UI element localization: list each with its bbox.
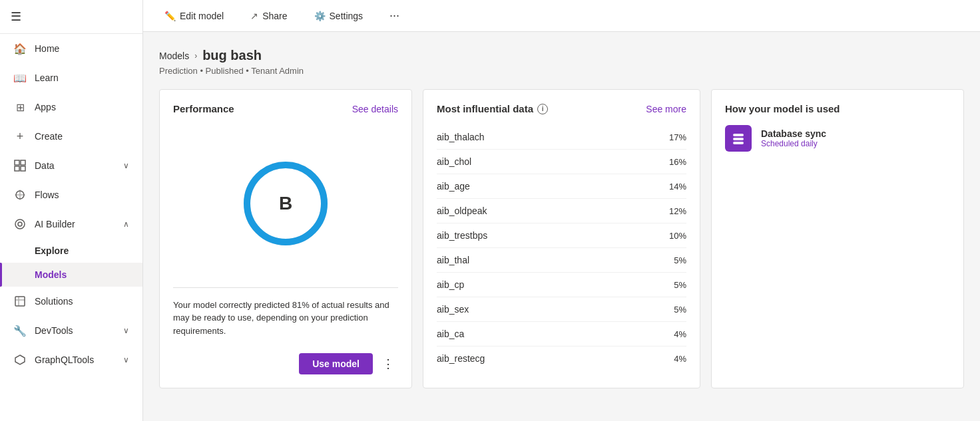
breadcrumb-separator: › (194, 51, 197, 61)
devtools-icon: 🔧 (13, 324, 27, 337)
db-sync-item[interactable]: Database sync Scheduled daily (725, 125, 950, 152)
card-header: Performance See details (173, 103, 398, 114)
list-item: aib_age14% (437, 174, 686, 199)
data-field-pct: 5% (674, 305, 686, 315)
toolbar: ✏️ Edit model ↗ Share ⚙️ Settings ··· (143, 0, 980, 32)
sidebar-sub-models[interactable]: Models (0, 263, 142, 287)
performance-card: Performance See details B Your model cor… (159, 89, 412, 388)
grade-label: B (279, 193, 292, 214)
card-footer: Use model ⋮ (173, 348, 398, 374)
see-more-link[interactable]: See more (646, 104, 686, 114)
data-field-pct: 17% (669, 132, 686, 142)
sidebar-sub-label: Models (35, 269, 67, 280)
list-item: aib_trestbps10% (437, 223, 686, 248)
chevron-up-icon: ∧ (123, 219, 129, 229)
card-more-button[interactable]: ⋮ (378, 354, 398, 374)
svg-rect-3 (21, 166, 25, 171)
data-field-pct: 14% (669, 182, 686, 192)
data-field-pct: 10% (669, 231, 686, 241)
chevron-down-icon: ∨ (123, 161, 129, 170)
db-sync-subtitle: Scheduled daily (761, 139, 826, 148)
sidebar-item-label: AI Builder (35, 219, 75, 229)
sidebar-item-label: Solutions (35, 296, 73, 307)
sidebar-item-create[interactable]: + Create (0, 122, 142, 151)
data-field-name: aib_cp (437, 279, 464, 290)
sidebar-item-label: DevTools (35, 325, 73, 336)
sidebar-item-devtools[interactable]: 🔧 DevTools ∨ (0, 316, 142, 345)
sidebar-item-solutions[interactable]: Solutions (0, 287, 142, 316)
sidebar-sub-label: Explore (35, 245, 69, 256)
how-used-title: How your model is used (725, 103, 840, 114)
sidebar-item-label: GraphQLTools (35, 354, 94, 365)
svg-rect-11 (733, 134, 744, 136)
sidebar-item-home[interactable]: 🏠 Home (0, 34, 142, 63)
sidebar-item-label: Flows (35, 190, 59, 200)
performance-description: Your model correctly predicted 81% of ac… (173, 287, 398, 338)
settings-button[interactable]: ⚙️ Settings (309, 8, 369, 24)
influential-title: Most influential data i (437, 103, 548, 114)
more-options-button[interactable]: ··· (384, 6, 405, 25)
list-item: aib_cp5% (437, 273, 686, 297)
page-subtitle: Prediction • Published • Tenant Admin (159, 66, 964, 76)
performance-circle: B (239, 157, 332, 250)
share-button[interactable]: ↗ Share (245, 8, 292, 24)
settings-icon: ⚙️ (314, 11, 326, 21)
settings-label: Settings (330, 11, 364, 21)
svg-point-6 (18, 222, 22, 226)
svg-rect-0 (15, 160, 19, 165)
db-sync-title: Database sync (761, 128, 826, 139)
breadcrumb-parent[interactable]: Models (159, 51, 189, 61)
chevron-down-icon: ∨ (123, 355, 129, 364)
menu-icon[interactable]: ☰ (11, 10, 21, 23)
breadcrumb: Models › bug bash (159, 48, 964, 63)
sidebar-item-label: Apps (35, 102, 56, 112)
edit-icon: ✏️ (164, 11, 176, 21)
sidebar-item-data[interactable]: Data ∨ (0, 151, 142, 180)
more-dots-label: ··· (389, 9, 399, 22)
sidebar-item-label: Home (35, 43, 59, 54)
performance-chart: B (173, 125, 398, 282)
share-label: Share (262, 11, 287, 21)
list-item: aib_thalach17% (437, 125, 686, 150)
edit-model-button[interactable]: ✏️ Edit model (159, 8, 229, 24)
svg-marker-8 (15, 355, 25, 364)
data-field-name: aib_trestbps (437, 230, 487, 241)
influential-data-card: Most influential data i See more aib_tha… (423, 89, 700, 388)
card-header: How your model is used (725, 103, 950, 114)
home-icon: 🏠 (13, 42, 27, 55)
sidebar-top: ☰ (0, 0, 142, 34)
svg-rect-2 (15, 166, 19, 171)
create-icon: + (13, 130, 27, 143)
learn-icon: 📖 (13, 71, 27, 84)
data-field-pct: 5% (674, 280, 686, 290)
data-field-name: aib_restecg (437, 353, 485, 364)
list-item: aib_chol16% (437, 150, 686, 174)
data-field-name: aib_chol (437, 156, 471, 167)
solutions-icon (13, 295, 27, 308)
graphqltools-icon (13, 353, 27, 366)
see-details-link[interactable]: See details (352, 104, 398, 114)
data-field-name: aib_thal (437, 255, 469, 265)
sidebar-item-label: Learn (35, 72, 59, 83)
sidebar-item-learn[interactable]: 📖 Learn (0, 63, 142, 92)
sidebar-item-graphqltools[interactable]: GraphQLTools ∨ (0, 345, 142, 374)
apps-icon: ⊞ (13, 100, 27, 114)
sidebar-item-apps[interactable]: ⊞ Apps (0, 92, 142, 122)
data-field-name: aib_sex (437, 304, 469, 315)
list-item: aib_ca4% (437, 322, 686, 347)
sidebar-item-ai-builder[interactable]: AI Builder ∧ (0, 210, 142, 239)
list-item: aib_restecg4% (437, 347, 686, 370)
svg-point-5 (15, 219, 25, 229)
data-field-pct: 4% (674, 354, 686, 364)
sidebar-item-flows[interactable]: Flows (0, 180, 142, 210)
svg-rect-7 (15, 297, 25, 306)
sidebar-sub-explore[interactable]: Explore (0, 239, 142, 263)
data-field-name: aib_ca (437, 329, 464, 339)
breadcrumb-current: bug bash (202, 48, 262, 63)
use-model-button[interactable]: Use model (299, 353, 373, 374)
page-content: Models › bug bash Prediction • Published… (143, 32, 980, 421)
sidebar-item-label: Data (35, 160, 55, 171)
data-field-name: aib_thalach (437, 132, 485, 142)
info-icon[interactable]: i (537, 104, 548, 114)
edit-model-label: Edit model (180, 11, 224, 21)
